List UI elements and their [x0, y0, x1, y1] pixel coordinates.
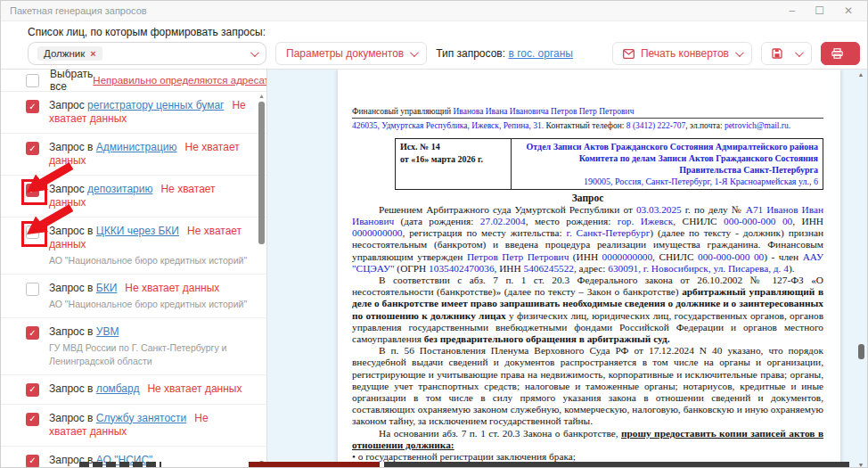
item-prefix: Запрос в [49, 282, 96, 294]
text-segment: г. Санкт-Петербург [567, 227, 651, 238]
item-link[interactable]: депозитарию [87, 183, 152, 195]
item-link[interactable]: ломбард [96, 382, 140, 395]
item-checkbox[interactable] [26, 226, 39, 239]
item-checkbox[interactable]: ✓ [26, 326, 39, 340]
doc-paragraph: На основании абз. 7 п. 1 ст. 20.3 Закона… [352, 428, 823, 451]
person-select[interactable]: Должник × [28, 42, 266, 65]
text-segment: , ИНН [495, 263, 524, 274]
doc-paragraph: Решением Арбитражного суда Удмуртской Ре… [352, 204, 823, 275]
item-subtitle: АО "Национальное бюро кредитных историй" [49, 298, 247, 310]
item-link[interactable]: регистратору ценных бумаг [87, 99, 224, 111]
request-list: ✓Запрос регистратору ценных бумагНе хват… [1, 92, 266, 468]
text-segment: 0000000000 [602, 251, 652, 262]
doc-addressee-postal: 190005, Россия, Санкт-Петербург, 1-Я Кра… [516, 176, 818, 187]
request-type: Тип запросов: в гос. органы [436, 47, 573, 60]
text-segment: Иванова Ивана Ивановича Петров Петр Петр… [454, 107, 635, 116]
item-link[interactable]: БКИ [96, 282, 118, 294]
save-button[interactable] [761, 42, 812, 65]
doc-addressee-table: Исх. № 14 от «16» марта 2026 г. Отдел За… [395, 138, 823, 190]
text-segment: , СНИЛС [652, 251, 698, 262]
title-bar: Пакетная генерация запросов – ☐ ✕ [1, 1, 867, 21]
printer-icon [831, 48, 843, 59]
item-checkbox[interactable] [26, 283, 39, 296]
text-segment: 8 (3412) 222-707 [626, 121, 686, 130]
minimize-button[interactable]: – [789, 5, 795, 16]
request-sidebar: Выбрать все Неправильно определяются адр… [1, 70, 267, 468]
text-segment: 000-000-000 00 [724, 216, 792, 226]
doc-title: Запрос [352, 193, 823, 203]
list-item[interactable]: ✓Запрос в ломбардНе хватает данных [1, 375, 266, 405]
item-prefix: Запрос в [49, 382, 96, 395]
doc-scroll-thumb[interactable] [858, 344, 864, 359]
text-segment: 0000000000 [352, 227, 402, 238]
sidebar-scrollbar[interactable]: ▲ ▼ [258, 93, 266, 466]
item-checkbox[interactable]: ✓ [26, 142, 39, 155]
text-segment: , эл.почта: [685, 121, 725, 130]
sidebar-scroll-thumb[interactable] [258, 102, 265, 244]
text-segment: В п. 56 Постановления Пленума Верховного… [352, 345, 823, 426]
text-segment: Петров Петр Петрович [467, 251, 569, 262]
list-item[interactable]: ✓Запрос в УВМГУ МВД России по Г. Санкт-П… [1, 318, 266, 374]
document-preview-area: Финансовый управляющий Иванова Ивана Ива… [267, 70, 867, 468]
item-checkbox[interactable]: ✓ [26, 413, 39, 426]
text-segment: Финансовый управляющий [352, 107, 454, 116]
print-button[interactable] [821, 42, 860, 65]
chevron-down-icon [410, 48, 419, 57]
print-envelopes-button[interactable]: Печать конвертов [612, 42, 752, 65]
list-item[interactable]: ✓Запрос в АдминистрациюНе хватает данных [1, 134, 266, 176]
doc-ref-cell: Исх. № 14 от «16» марта 2026 г. [396, 138, 512, 189]
list-item[interactable]: Запрос в ЦККИ через БКИНе хватает данных… [1, 218, 266, 275]
text-segment: , регистрация по месту жительства: [402, 227, 566, 238]
list-item[interactable]: Запрос в БКИНе хватает данныхАО "Национа… [1, 275, 266, 318]
text-segment: 27.02.2004 [480, 216, 526, 226]
text-segment: 5406245522 [523, 263, 573, 274]
item-link[interactable]: Службу занятости [96, 412, 186, 424]
window-title: Пакетная генерация запросов [10, 5, 789, 16]
text-segment: (ОГРН [395, 263, 430, 274]
item-checkbox[interactable]: ✓ [26, 184, 39, 197]
selected-person-tag: Должник × [37, 46, 102, 61]
request-type-link[interactable]: в гос. органы [508, 47, 573, 60]
maximize-button[interactable]: ☐ [815, 5, 824, 16]
close-button[interactable]: ✕ [844, 5, 853, 16]
bottom-cutoff-strip [384, 462, 849, 467]
text-segment: (ИНН [569, 251, 602, 262]
select-all-label: Выбрать все [50, 70, 93, 93]
window-controls: – ☐ ✕ [789, 5, 853, 16]
list-item[interactable]: ✓Запрос регистратору ценных бумагНе хват… [1, 92, 266, 134]
text-segment: 1035402470036 [429, 263, 494, 274]
doc-scroll-down-icon[interactable]: ▼ [856, 462, 865, 468]
text-segment: 03.03.2025 [636, 204, 682, 215]
scroll-up-icon[interactable]: ▲ [258, 93, 266, 100]
text-segment: ). [789, 263, 795, 274]
item-prefix: Запрос в [49, 225, 96, 237]
text-segment: 426035, Удмуртская Республика, Ижевск, Р… [352, 121, 544, 130]
item-link[interactable]: УВМ [96, 325, 119, 338]
doc-header-line2: 426035, Удмуртская Республика, Ижевск, Р… [352, 120, 823, 131]
missing-data-warning: Не хватает данных [125, 282, 219, 294]
list-item[interactable]: ✓Запрос депозитариюНе хватает данных [1, 176, 266, 218]
item-link[interactable]: Администрацию [96, 141, 177, 153]
text-segment: гор. Ижевск [618, 216, 674, 226]
item-checkbox[interactable]: ✓ [26, 455, 39, 468]
select-all-checkbox[interactable] [26, 74, 39, 87]
text-segment: Контактный телефон: [544, 121, 626, 130]
list-item[interactable]: ✓Запрос в Службу занятостиНе хватает дан… [1, 405, 266, 447]
text-segment: 630091, г. Новосибирск, ул. Писарева, д.… [608, 263, 789, 274]
person-list-label: Список лиц, по которым формировать запро… [28, 26, 266, 38]
batch-request-window: Пакетная генерация запросов – ☐ ✕ Список… [0, 0, 868, 468]
chevron-down-icon [735, 48, 744, 57]
doc-addressee-org: Отдел Записи Актов Гражданского Состояни… [516, 141, 818, 176]
envelope-icon [623, 49, 635, 59]
text-segment: petrovich@mail.ru. [725, 121, 790, 130]
item-checkbox[interactable]: ✓ [26, 100, 39, 113]
document-params-button[interactable]: Параметры документов [275, 42, 427, 65]
item-prefix: Запрос [49, 183, 87, 195]
bottom-cutoff-strip [249, 462, 380, 467]
text-segment: (дата рождения: [394, 216, 480, 226]
item-link[interactable]: ЦККИ через БКИ [96, 225, 179, 237]
remove-tag-icon[interactable]: × [90, 48, 95, 59]
wrong-addressees-link[interactable]: Неправильно определяются адресаты? [93, 75, 267, 86]
item-checkbox[interactable]: ✓ [26, 383, 39, 397]
doc-scroll-up-icon[interactable]: ▲ [856, 71, 865, 78]
